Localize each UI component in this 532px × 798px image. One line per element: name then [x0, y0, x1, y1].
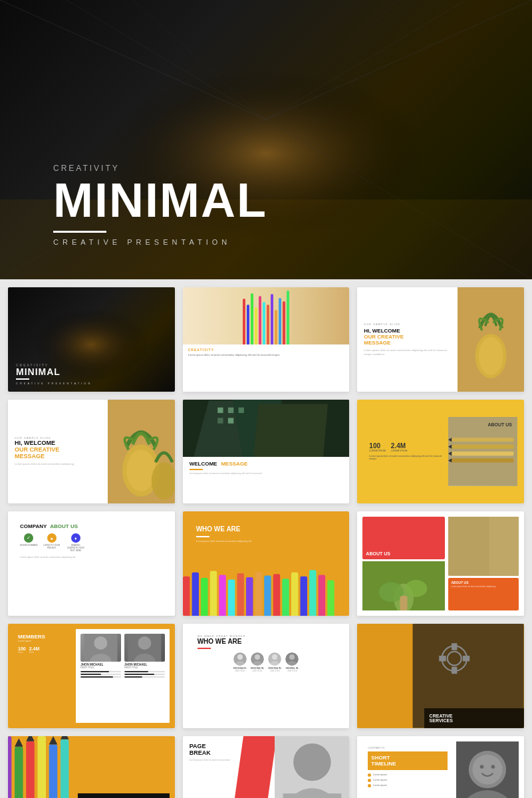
thumb4-msg: MESSAGE — [15, 453, 101, 460]
thumb8-content: WHO WE ARE Lorem ipsum dolor sit amet co… — [190, 518, 343, 550]
thumb7-icon1-circle: ✓ — [24, 533, 33, 543]
thumb9-photo — [448, 517, 519, 575]
thumb10-bars1 — [80, 671, 121, 678]
hero-content: CREATIVITY MINIMAL CREATIVE PRESENTATION — [53, 164, 267, 246]
thumb6-stat2: 2.4M LOREM IPSUM — [391, 442, 408, 452]
thumb6-body: Lorem ipsum dolor sit amet consectetur a… — [369, 455, 443, 462]
hero-subtitle: CREATIVE PRESENTATION — [53, 238, 267, 246]
slide-thumb-10[interactable]: MEMBERS Lorem ipsum 100 lorem 2.4M lorem — [8, 624, 175, 728]
svg-point-57 — [405, 579, 427, 597]
slide-thumb-6[interactable]: 100 LOREM IPSUM 2.4M LOREM IPSUM Lorem i… — [357, 400, 524, 504]
svg-point-62 — [94, 636, 108, 650]
thumb4-hi: HI, WELCOME — [15, 440, 101, 446]
thumb11-avatar1 — [233, 652, 247, 666]
svg-rect-47 — [282, 579, 289, 616]
svg-rect-85 — [452, 667, 457, 674]
svg-point-109 — [491, 765, 495, 769]
slide-thumb-1[interactable]: CREATIVITY MINIMAL CREATIVE PRESENTATION — [8, 287, 175, 392]
svg-rect-36 — [183, 577, 190, 616]
thumb11-person3: SEDONA IN. JOB TITLE — [268, 652, 281, 672]
thumb13-content: CREATIVE PORTFOLIO FIRST TITLE Lorem ips… — [78, 793, 170, 798]
thumb2-pencils — [183, 287, 350, 344]
thumb4-right — [108, 400, 174, 504]
thumb10-right: JHON MICHAEL FIRST TITLE JHON MICHAEL — [76, 629, 170, 723]
svg-point-74 — [272, 654, 277, 660]
svg-rect-26 — [228, 418, 233, 423]
hero-slide: CREATIVITY MINIMAL CREATIVE PRESENTATION — [0, 0, 532, 279]
svg-rect-87 — [463, 656, 469, 661]
thumb11-line — [198, 648, 211, 649]
svg-rect-51 — [318, 575, 325, 616]
thumb11-person4: SEDRAL IN. JOB TITLE — [285, 652, 299, 672]
thumb9-left: ABOUT US — [362, 517, 445, 610]
thumb3-body: Lorem ipsum dolor sit amet consectetur a… — [364, 348, 450, 356]
svg-rect-52 — [327, 581, 334, 616]
slide-thumb-14[interactable]: PAGE BREAK Lorem ipsum dolor sit amet co… — [183, 736, 350, 798]
thumb6-left: 100 LOREM IPSUM 2.4M LOREM IPSUM Lorem i… — [364, 437, 448, 467]
thumb11-person2: SEDONA IN. JOB TITLE — [251, 652, 264, 672]
slide-thumb-13[interactable]: CREATIVE PORTFOLIO FIRST TITLE Lorem ips… — [8, 736, 175, 798]
svg-rect-90 — [15, 746, 23, 798]
slide-thumb-5[interactable]: WELCOME MESSAGE Lorem ipsum dolor sit am… — [183, 400, 350, 504]
slide-thumb-2[interactable]: CREATIVITY Lorem ipsum dolor sit amet co… — [183, 287, 350, 392]
thumb3-welcome: OUR CREATIVE — [364, 334, 450, 340]
svg-rect-29 — [452, 444, 513, 448]
svg-rect-53 — [336, 572, 342, 616]
svg-rect-45 — [264, 576, 271, 616]
thumb5-top — [183, 400, 350, 457]
thumb1-bg — [8, 287, 175, 392]
thumb4-creative: OUR CREATIVE — [15, 446, 101, 453]
svg-rect-41 — [228, 580, 235, 616]
svg-rect-50 — [309, 571, 316, 616]
hero-divider — [53, 231, 106, 233]
slide-thumb-8[interactable]: WHO WE ARE Lorem ipsum dolor sit amet co… — [183, 511, 350, 616]
slide-thumb-3[interactable]: OUR SAMPLE SLIDE HI, WELCOME OUR CREATIV… — [357, 287, 524, 392]
thumb15-item1: Lorem ipsum — [368, 773, 448, 777]
slide-thumb-4[interactable]: OUR SAMPLE SLIDE HI, WELCOME OUR CREATIV… — [8, 400, 175, 504]
thumb14-person — [275, 736, 350, 798]
thumb2-label: CREATIVITY — [188, 348, 344, 352]
svg-rect-25 — [217, 418, 223, 423]
svg-rect-28 — [452, 438, 513, 442]
thumb15-left: CONTRARY TO SHORT TIMELINE Lorem ipsum L… — [362, 741, 453, 798]
thumb5-bottom: WELCOME MESSAGE Lorem ipsum dolor sit am… — [183, 457, 350, 504]
slide-thumb-7[interactable]: COMPANY ABOUT US ✓ DESIGN IN BRAND ● LIS… — [8, 511, 175, 616]
svg-rect-43 — [246, 577, 253, 616]
thumb10-member2: JHON MICHAEL FIRST TITLE — [124, 634, 165, 718]
thumb9-orange: ABOUT US Lorem ipsum dolor sit amet cons… — [448, 578, 519, 610]
thumb13-pencils-bg — [8, 736, 71, 798]
thumb15-dot2 — [368, 779, 371, 782]
thumb3-tag: OUR SAMPLE SLIDE — [364, 323, 450, 326]
thumb7-icon3-circle: ♦ — [71, 533, 80, 543]
thumb3-hi: HI, WELCOME — [364, 328, 450, 334]
slide-thumb-15[interactable]: CONTRARY TO SHORT TIMELINE Lorem ipsum L… — [357, 736, 524, 798]
thumb4-body: Lorem ipsum dolor sit amet consectetur a… — [15, 462, 101, 466]
svg-rect-94 — [61, 739, 69, 798]
thumb8-pencils — [183, 569, 350, 615]
slide-thumb-9[interactable]: ABOUT US — [357, 511, 524, 616]
thumb10-photo1 — [80, 634, 121, 662]
svg-rect-92 — [37, 736, 46, 798]
thumb11-avatar2 — [251, 652, 264, 666]
thumb3-right — [458, 287, 524, 392]
thumb15-right — [456, 741, 519, 798]
thumb2-text: Lorem ipsum dolor sit amet consectetur a… — [188, 353, 344, 357]
svg-rect-44 — [255, 572, 261, 616]
svg-point-102 — [293, 743, 331, 781]
svg-rect-39 — [209, 571, 216, 616]
thumb15-dot1 — [368, 773, 371, 777]
slide-thumb-12[interactable]: CREATIVE SERVICES — [357, 624, 524, 728]
thumb12-label: CREATIVE SERVICES — [424, 708, 524, 728]
thumb7-icon2-circle: ● — [47, 533, 57, 543]
slide-thumb-11[interactable]: WE MAKE GREAT WONDER WHO WE ARE SEDONA I… — [183, 624, 350, 728]
thumbnail-grid: CREATIVITY MINIMAL CREATIVE PRESENTATION — [0, 279, 532, 798]
thumb5-msg: MESSAGE — [221, 461, 247, 467]
thumb15-dot3 — [368, 784, 371, 787]
svg-rect-46 — [273, 575, 279, 616]
svg-rect-48 — [291, 573, 298, 616]
thumb4-left: OUR SAMPLE SLIDE HI, WELCOME OUR CREATIV… — [8, 400, 108, 504]
thumb8-body: Lorem ipsum dolor sit amet consectetur a… — [196, 540, 336, 543]
thumb7-content: COMPANY ABOUT US ✓ DESIGN IN BRAND ● LIS… — [15, 518, 168, 565]
svg-rect-104 — [283, 793, 341, 798]
svg-point-65 — [138, 636, 151, 650]
